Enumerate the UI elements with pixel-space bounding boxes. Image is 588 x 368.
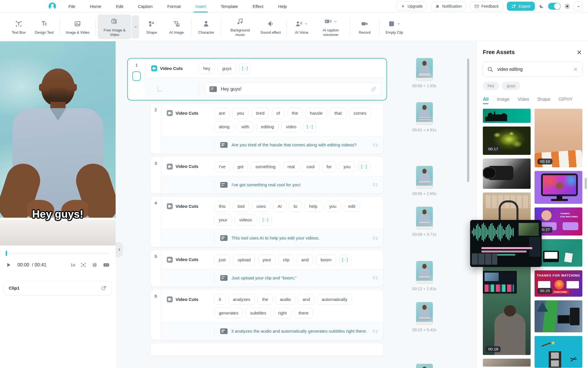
word-chip[interactable]: this — [214, 201, 230, 212]
link-icon[interactable] — [371, 86, 377, 92]
scene-thumbnail-image[interactable] — [416, 207, 433, 229]
asset-camera-closeup[interactable] — [483, 159, 531, 189]
asset-monitor-social-media-girl[interactable] — [535, 171, 582, 204]
timeline-row-1[interactable]: 1Video Cutsheyguys[··]Hey guys! — [127, 58, 387, 100]
word-chip[interactable]: to — [289, 201, 302, 212]
word-chip[interactable]: just — [214, 254, 230, 265]
video-preview[interactable]: Hey guys! — [0, 41, 116, 245]
timeline-row-4[interactable]: 4Video CutsthistoolusesAItohelpyouedityo… — [150, 196, 384, 247]
word-chip[interactable]: the — [287, 108, 303, 119]
toolbar-image-video[interactable]: Image & Video — [62, 17, 93, 37]
menu-item-home[interactable]: Home — [90, 0, 101, 12]
word-chip[interactable]: something — [251, 161, 280, 172]
gap-chip[interactable]: [··] — [339, 254, 351, 265]
word-chip[interactable]: of — [272, 108, 285, 119]
toolbar-free-image-video[interactable]: Free Image & Video — [98, 14, 131, 39]
timeline-row-5[interactable]: 5Video Cutsjustuploadyourclipandboom[··]… — [150, 250, 384, 287]
toolbar-record[interactable]: Record — [352, 17, 377, 37]
chevron-down-icon[interactable] — [333, 20, 337, 23]
collapse-toolbar-button[interactable] — [574, 2, 583, 11]
video-caption-text[interactable]: Hey guys! — [0, 208, 116, 220]
scene-thumbnail-3[interactable]: 00:06 + 2.65s — [406, 166, 443, 196]
search-tag-guys[interactable]: guys — [502, 82, 520, 90]
word-chip[interactable]: analyzes — [228, 294, 255, 305]
scene-thumbnail-2[interactable]: 00:01 + 4.81s — [406, 102, 443, 132]
assets-tab-image[interactable]: Image — [497, 97, 509, 104]
menu-item-template[interactable]: Template — [221, 0, 238, 12]
clip-card[interactable]: Clip1 — [3, 281, 112, 296]
row-checkbox[interactable] — [132, 71, 141, 81]
word-chip[interactable]: audio — [276, 294, 295, 305]
word-chip[interactable]: boom — [316, 254, 336, 265]
timeline-row-2[interactable]: 2Video Cutsareyoutiredofthehasslethatcom… — [150, 103, 384, 154]
scene-thumbnail-image[interactable] — [416, 58, 433, 80]
assets-tab-shape[interactable]: Shape — [537, 97, 550, 104]
word-chip[interactable]: hassle — [305, 108, 327, 119]
gap-chip[interactable]: [··] — [239, 63, 251, 74]
toolbar-ai-caption-voiceover[interactable]: AI caption voiceover — [314, 14, 347, 39]
asset-tablet-hands[interactable] — [483, 359, 531, 367]
aspect-ratio-icon[interactable] — [103, 262, 110, 268]
link-broken-icon[interactable] — [372, 235, 378, 241]
word-chip[interactable]: your — [214, 215, 232, 225]
word-chip[interactable]: real — [283, 161, 299, 172]
asset-abstract-fractal-video[interactable]: 00:17 — [483, 127, 531, 155]
asset-greenscreen-studio[interactable] — [535, 300, 582, 332]
assets-tab-giphy[interactable]: GIPHY — [559, 97, 573, 104]
theme-toggle[interactable] — [548, 3, 561, 10]
assets-tab-all[interactable]: All — [483, 97, 488, 104]
caption-text[interactable]: Just upload your clip and "boom," — [232, 273, 297, 283]
word-chip[interactable]: got — [233, 161, 248, 172]
word-chip[interactable]: it — [214, 294, 226, 305]
word-chip[interactable]: tired — [251, 108, 269, 119]
word-chip[interactable]: uses — [252, 201, 270, 212]
word-chip[interactable]: edit — [344, 201, 360, 212]
toolbar-character[interactable]: Character — [194, 17, 219, 37]
word-chip[interactable]: AI — [273, 201, 286, 212]
export-button[interactable]: Export — [507, 2, 535, 11]
toolbar-design-text[interactable]: Design Text — [31, 17, 57, 37]
scene-thumbnail-4[interactable]: 00:08 + 3.71s — [406, 207, 443, 237]
assets-scrollbar[interactable] — [585, 178, 587, 189]
word-chip[interactable]: automatically — [317, 294, 352, 305]
external-link-icon[interactable] — [101, 285, 107, 291]
toolbar-sound-effect[interactable]: Sound effect — [257, 17, 284, 37]
scene-thumbnail-image[interactable] — [416, 261, 433, 283]
scene-thumbnail-1[interactable]: 00:00 + 1.53s — [406, 58, 443, 88]
timeline-scrollbar[interactable] — [467, 59, 469, 182]
timeline-row-3[interactable]: 3Video CutsI'vegotsomethingrealcoolforyo… — [150, 157, 384, 194]
word-chip[interactable]: help — [304, 201, 322, 212]
gap-chip[interactable]: [··] — [259, 215, 272, 225]
menu-item-file[interactable]: File — [68, 0, 75, 12]
word-chip[interactable]: your — [258, 254, 276, 265]
caption-text[interactable]: Hey guys! — [221, 86, 241, 92]
playhead[interactable] — [6, 251, 7, 256]
caption-text[interactable]: Are you tired of the hassle that comes a… — [232, 140, 356, 150]
word-chip[interactable]: there — [294, 308, 313, 318]
link-broken-icon[interactable] — [372, 182, 378, 188]
asset-color-grading-editor-video[interactable]: 00:19 — [483, 266, 531, 355]
upgrade-button[interactable]: Upgrade — [396, 2, 427, 11]
chevron-down-icon[interactable] — [304, 22, 308, 26]
close-icon[interactable] — [576, 49, 582, 55]
toolbar-ai-voice[interactable]: AI Voice — [289, 17, 314, 37]
word-chip[interactable]: videos — [235, 215, 256, 225]
free-image-video-dropdown[interactable] — [132, 15, 139, 38]
assets-search-box[interactable] — [483, 62, 582, 77]
word-chip[interactable]: with — [237, 121, 254, 132]
asset-beach-towel-video[interactable]: 00:10 — [535, 109, 582, 167]
assets-search-input[interactable] — [497, 67, 570, 72]
word-chip[interactable]: editing — [257, 121, 279, 132]
word-chip[interactable]: guys — [218, 63, 236, 74]
word-chip[interactable]: hey — [199, 63, 215, 74]
scene-thumbnail-image[interactable] — [416, 166, 433, 188]
asset-film-cut-illustration[interactable]: ★✂ — [535, 336, 582, 368]
scene-thumbnail-7[interactable] — [406, 364, 443, 368]
play-button[interactable] — [6, 262, 11, 268]
chevron-down-icon[interactable] — [397, 22, 401, 26]
search-tag-hey[interactable]: hey — [483, 82, 499, 90]
scene-thumbnail-image[interactable] — [416, 102, 433, 125]
asset-thanks-subscribe-endcard[interactable]: THANKS FOR WATCHINGSUBSCRIBE00:25 — [535, 270, 582, 297]
word-chip[interactable]: you — [232, 108, 248, 119]
caption-text[interactable]: This tool uses AI to help you edit your … — [232, 234, 319, 243]
